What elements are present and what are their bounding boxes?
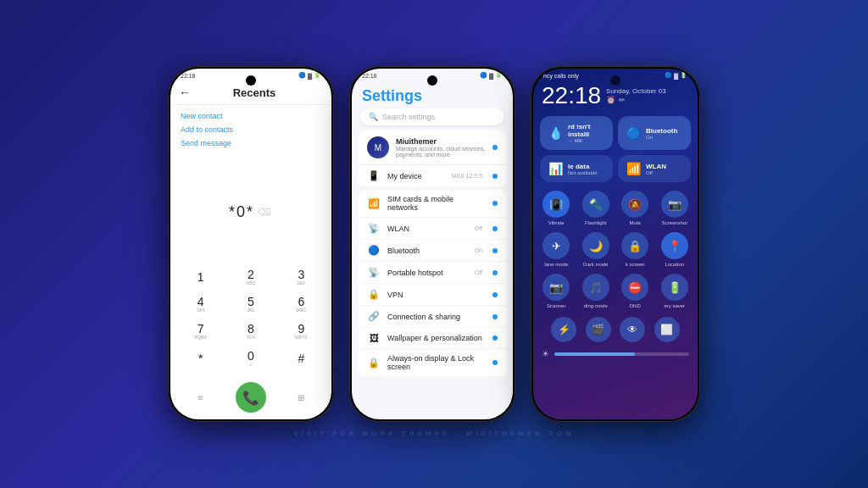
qs-dnd[interactable]: ⛔ DND: [619, 274, 652, 308]
wlan-item[interactable]: 📡 WLAN Off: [359, 218, 506, 240]
user-description: Manage accounts, cloud services, payment…: [396, 146, 486, 158]
key-star[interactable]: *: [183, 347, 219, 370]
key-3[interactable]: 3DEF: [283, 265, 319, 289]
key-9[interactable]: 9WXYZ: [283, 319, 319, 343]
qs-darkmode[interactable]: 🌙 Dark mode: [580, 232, 613, 267]
bluetooth-label: Bluetooth: [387, 247, 468, 255]
key-4[interactable]: 4GHI: [183, 292, 219, 316]
alarm-icon[interactable]: ⏰: [606, 96, 615, 104]
key-hash[interactable]: #: [283, 347, 319, 370]
qs-battery-saver[interactable]: 🔋 ery saver: [659, 274, 692, 308]
sim-item[interactable]: 📶 SIM cards & mobile networks: [359, 190, 506, 218]
screenshot-circle: 📷: [661, 191, 688, 218]
key-2[interactable]: 2ABC: [233, 265, 269, 289]
search-placeholder: Search settings: [382, 113, 435, 121]
qs-tile-water-label: rd isn't installi: [568, 123, 604, 138]
qs-tile-wlan[interactable]: 📶 WLAN Off: [618, 155, 691, 182]
lockscreen-label: k screen: [626, 262, 645, 267]
qs-vibrate[interactable]: 📳 Vibrate: [540, 191, 573, 225]
grid-button[interactable]: ⊞: [286, 382, 316, 413]
qs-bottom-btn-1[interactable]: ⚡: [551, 317, 576, 342]
status-icons-left: 🔵 ▓ 🔋: [298, 72, 321, 79]
my-device-item[interactable]: 📱 My device MIUI 12.5.5: [359, 165, 506, 186]
bluetooth-item[interactable]: 🔵 Bluetooth On: [359, 240, 506, 262]
qs-tile-water[interactable]: 💧 rd isn't installi → Mill: [540, 116, 613, 150]
user-name: Miuithemer: [396, 137, 486, 146]
status-time-left: 22:18: [181, 73, 196, 79]
qs-mute[interactable]: 🔕 Mute: [619, 191, 652, 225]
add-contacts-link[interactable]: Add to contacts: [181, 125, 321, 134]
new-contact-link[interactable]: New contact: [181, 112, 321, 120]
lock-icon: 🔒: [367, 358, 381, 369]
key-8[interactable]: 8TUV: [233, 319, 269, 343]
lockscreen-circle: 🔒: [621, 232, 648, 259]
qs-bottom-btn-2[interactable]: 🎬: [586, 317, 611, 342]
delete-icon[interactable]: ⌫: [258, 207, 273, 218]
call-button[interactable]: 📞: [236, 382, 266, 413]
key-5[interactable]: 5JKL: [233, 292, 269, 316]
qs-screenshot[interactable]: 📷 Screenshot: [659, 191, 692, 225]
qs-reading[interactable]: 🎵 ding mode: [580, 274, 613, 308]
brightness-slider[interactable]: [554, 352, 689, 356]
settings-search[interactable]: 🔍 Search settings: [360, 108, 504, 125]
vpn-item[interactable]: 🔒 VPN: [359, 284, 506, 306]
qs-tile-wlan-sub: Off: [646, 170, 666, 175]
wlan-qs-icon: 📶: [626, 162, 641, 175]
back-button[interactable]: ←: [179, 86, 191, 99]
mute-label: Mute: [630, 220, 641, 225]
key-6[interactable]: 6MNO: [283, 292, 319, 316]
scanner-circle: 📷: [542, 274, 570, 301]
qs-tile-data[interactable]: 📊 le data Not available: [540, 155, 613, 182]
location-circle: 📍: [661, 232, 688, 259]
key-0[interactable]: 0+: [233, 347, 269, 370]
edit-icon[interactable]: ✏: [619, 96, 626, 104]
battery-icon-c: 🔋: [495, 72, 503, 79]
search-icon: 🔍: [369, 113, 378, 121]
sim-icon: 📶: [367, 198, 381, 209]
qs-flashlight[interactable]: 🔦 Flashlight: [580, 191, 613, 225]
wallpaper-label: Wallpaper & personalization: [387, 334, 486, 342]
bluetooth-value: On: [475, 247, 482, 253]
send-message-link[interactable]: Send message: [181, 139, 321, 147]
connection-item[interactable]: 🔗 Connection & sharing: [359, 306, 506, 328]
dialpad-row-4: * 0+ #: [175, 347, 326, 370]
qs-lockscreen[interactable]: 🔒 k screen: [619, 232, 652, 267]
qs-airplane[interactable]: ✈ lane mode: [540, 232, 573, 267]
qs-bottom-btn-4[interactable]: ⬜: [654, 317, 680, 342]
settings-user-item[interactable]: M Miuithemer Manage accounts, cloud serv…: [359, 130, 506, 165]
quick-settings-screen: ncy calls only 🔵 ▓ 🔋 22:18 Sunday, Octob…: [533, 69, 698, 419]
qs-tile-bt-sub: On: [646, 135, 677, 140]
dialpad-row-3: 7PQRS 8TUV 9WXYZ: [175, 319, 326, 343]
qs-bluetooth-icon: 🔵: [626, 126, 641, 140]
menu-button[interactable]: ≡: [186, 382, 216, 413]
qs-scanner[interactable]: 📷 Scanner: [540, 274, 573, 308]
airplane-circle: ✈: [542, 232, 570, 259]
number-display: *0* ⌫: [170, 159, 331, 265]
lock-screen-item[interactable]: 🔒 Always-on display & Lock screen: [359, 349, 506, 376]
key-7[interactable]: 7PQRS: [183, 319, 219, 343]
qs-tile-water-info: rd isn't installi → Mill: [568, 123, 604, 143]
qs-status-icons: 🔵 ▓ 🔋: [665, 72, 687, 79]
airplane-label: lane mode: [544, 262, 568, 267]
qs-location[interactable]: 📍 Location: [659, 232, 692, 267]
user-info: Miuithemer Manage accounts, cloud servic…: [396, 137, 486, 158]
dialer-title: Recents: [198, 86, 311, 99]
device-dot: [492, 174, 498, 179]
vibrate-circle: 📳: [542, 191, 570, 218]
signal-icon-c: ▓: [489, 73, 493, 79]
qs-bottom-btn-3[interactable]: 👁: [620, 317, 645, 342]
hotspot-item[interactable]: 📡 Portable hotspot Off: [359, 262, 506, 284]
data-icon: 📊: [548, 162, 563, 175]
qs-tile-bluetooth[interactable]: 🔵 Bluetooth On: [618, 116, 691, 150]
recents-links: New contact Add to contacts Send message: [170, 105, 331, 159]
wallpaper-item[interactable]: 🖼 Wallpaper & personalization: [359, 328, 506, 349]
flashlight-label: Flashlight: [585, 220, 607, 225]
dialer-screen: 22:18 🔵 ▓ 🔋 ← Recents New contact Add to…: [170, 69, 331, 419]
qs-grid-row1: 📳 Vibrate 🔦 Flashlight 🔕 Mute 📷 Screensh…: [533, 187, 698, 229]
wallpaper-icon: 🖼: [367, 333, 381, 343]
mute-circle: 🔕: [621, 191, 648, 218]
screenshot-label: Screenshot: [662, 220, 687, 225]
reading-label: ding mode: [584, 303, 608, 308]
key-1[interactable]: 1: [183, 265, 219, 289]
qs-status-text: ncy calls only: [543, 73, 579, 79]
